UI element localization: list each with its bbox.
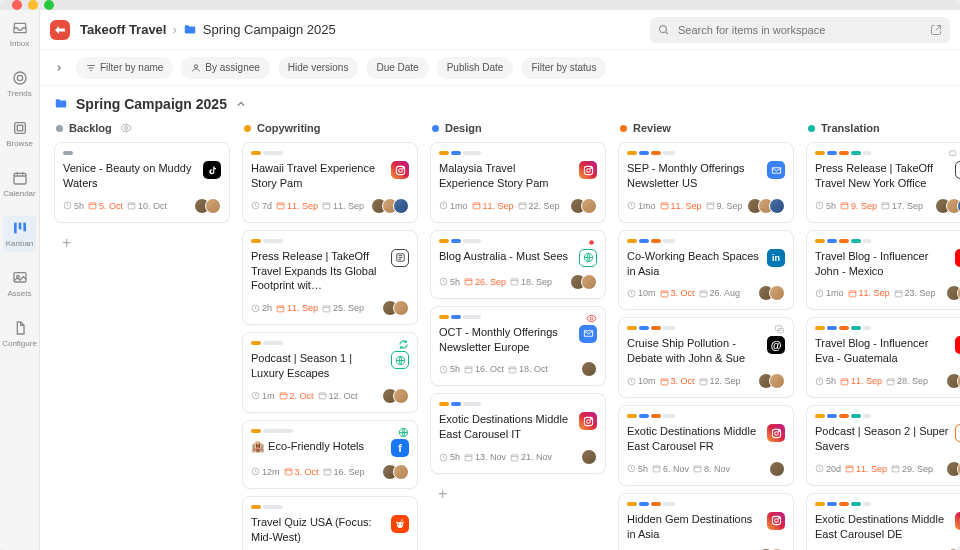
svg-rect-66: [707, 203, 714, 209]
filter-hide-versions[interactable]: Hide versions: [278, 57, 359, 79]
card-effort: 5h: [439, 277, 460, 287]
collapse-sidebar-button[interactable]: [50, 59, 68, 77]
maximize-dot[interactable]: [44, 0, 54, 10]
kanban-card[interactable]: Exotic Destinations Middle East Carousel…: [430, 393, 606, 474]
kanban-card[interactable]: SEP - Monthly Offerings Newsletter US 1m…: [618, 142, 794, 223]
card-due-date: 6. Nov: [652, 464, 689, 474]
minimize-dot[interactable]: [28, 0, 38, 10]
kanban-card[interactable]: Podcast | Season 1 | Luxury Escapes 1m 2…: [242, 332, 418, 413]
svg-point-77: [778, 430, 779, 431]
column-cards: Hawaii Travel Experience Story Pam 7d 11…: [242, 142, 418, 550]
card-avatars: [747, 198, 785, 214]
kanban-card[interactable]: Cruise Ship Pollution - Debate with John…: [618, 317, 794, 398]
svg-rect-32: [285, 469, 292, 475]
card-title: OCT - Monthly Offerings Newsletter Europ…: [439, 325, 573, 355]
kanban-card[interactable]: Press Release | TakeOff Travel New York …: [806, 142, 960, 223]
card-effort: 1mo: [815, 288, 844, 298]
youtube-icon: [955, 249, 960, 267]
svg-rect-25: [323, 306, 330, 312]
svg-rect-68: [661, 291, 668, 297]
kanban-card[interactable]: Malaysia Travel Experience Story Pam 1mo…: [430, 142, 606, 223]
trends-icon: [12, 70, 28, 86]
card-title: Blog Australia - Must Sees: [439, 249, 573, 267]
svg-rect-93: [849, 291, 856, 297]
column-color-dot: [244, 125, 251, 132]
filter-by-assignee[interactable]: By assignee: [181, 57, 269, 79]
mail-icon: [579, 325, 597, 343]
sidebar-item-assets[interactable]: Assets: [0, 266, 39, 302]
configure-icon: [12, 320, 28, 336]
sidebar: InboxTrendsBrowseCalendarKanbanAssetsCon…: [0, 10, 40, 550]
kanban-card[interactable]: Podcast | Season 2 | Super Savers 20d 11…: [806, 405, 960, 486]
card-title: Podcast | Season 2 | Super Savers: [815, 424, 949, 454]
filter-due-date[interactable]: Due Date: [366, 57, 428, 79]
card-publish-date: 16. Sep: [323, 467, 365, 477]
card-meta: 5h 13. Nov 21. Nov: [439, 449, 597, 465]
filter-publish-date[interactable]: Publish Date: [437, 57, 514, 79]
sidebar-item-calendar[interactable]: Calendar: [0, 166, 39, 202]
kanban-card[interactable]: Travel Quiz USA (Focus: Mid-West) 5h 11.…: [242, 496, 418, 550]
svg-rect-2: [14, 123, 25, 134]
breadcrumb-folder[interactable]: Spring Campaign 2025: [203, 22, 336, 37]
column-color-dot: [432, 125, 439, 132]
svg-point-38: [396, 522, 398, 524]
sidebar-item-inbox[interactable]: Inbox: [0, 16, 39, 52]
svg-point-1: [17, 75, 22, 80]
kanban-card[interactable]: Press Release | TakeOff Travel Expands I…: [242, 230, 418, 326]
open-external-icon[interactable]: [930, 24, 942, 36]
kanban-card[interactable]: Hawaii Travel Experience Story Pam 7d 11…: [242, 142, 418, 223]
sidebar-item-browse[interactable]: Browse: [0, 116, 39, 152]
card-progress: [815, 414, 960, 418]
sidebar-item-trends[interactable]: Trends: [0, 66, 39, 102]
card-progress: [439, 315, 597, 319]
column-header: Design: [430, 118, 606, 142]
svg-rect-6: [18, 223, 21, 230]
sidebar-item-kanban[interactable]: Kanban: [3, 216, 36, 252]
card-publish-date: 21. Nov: [510, 452, 552, 462]
svg-point-12: [124, 127, 127, 130]
search-input[interactable]: [650, 17, 950, 43]
app-logo[interactable]: [50, 20, 70, 40]
avatar: [205, 198, 221, 214]
filter-by-status[interactable]: Filter by status: [521, 57, 606, 79]
sidebar-item-label: Configure: [2, 339, 37, 348]
card-publish-date: 10. Oct: [127, 201, 167, 211]
card-due-date: 3. Oct: [660, 288, 695, 298]
card-avatars: [946, 285, 960, 301]
kanban-card[interactable]: OCT - Monthly Offerings Newsletter Europ…: [430, 306, 606, 387]
kanban-card[interactable]: Exotic Destinations Middle East Carousel…: [806, 493, 960, 550]
card-avatars: [382, 300, 409, 316]
column-header: Review: [618, 118, 794, 142]
card-publish-date: 8. Nov: [693, 464, 730, 474]
kanban-card[interactable]: Travel Blog - Influencer Eva - Guatemala…: [806, 317, 960, 398]
filter-by-name[interactable]: Filter by name: [76, 57, 173, 79]
card-effort: 10m: [627, 288, 656, 298]
kanban-card[interactable]: Exotic Destinations Middle East Carousel…: [618, 405, 794, 486]
svg-rect-101: [892, 466, 899, 472]
add-card-button[interactable]: +: [430, 481, 606, 507]
card-avatars: [769, 461, 785, 477]
kanban-card[interactable]: Co-Working Beach Spaces in Asia in 10m 3…: [618, 230, 794, 311]
close-dot[interactable]: [12, 0, 22, 10]
eye-icon[interactable]: [120, 122, 132, 134]
card-meta: 5h 26. Sep 18. Sep: [439, 274, 597, 290]
column-design: Design Malaysia Travel Experience Story …: [430, 118, 606, 550]
card-effort: 5h: [815, 376, 836, 386]
column-color-dot: [808, 125, 815, 132]
svg-point-10: [660, 25, 667, 32]
facebook-icon: f: [391, 439, 409, 457]
kanban-card[interactable]: Travel Blog - Influencer John - Mexico 1…: [806, 230, 960, 311]
sidebar-item-configure[interactable]: Configure: [0, 316, 39, 352]
chevron-up-icon[interactable]: [235, 98, 247, 110]
kanban-card[interactable]: Hidden Gem Destinations in Asia 5h 3. Oc…: [618, 493, 794, 550]
card-avatars: [371, 198, 409, 214]
svg-point-37: [402, 522, 404, 524]
card-meta: 20d 11. Sep 29. Sep: [815, 461, 960, 477]
avatar: [393, 300, 409, 316]
kanban-card[interactable]: 🏨 Eco-Friendly Hotels f 12m 3. Oct 16. S…: [242, 420, 418, 489]
sidebar-item-label: Trends: [7, 89, 32, 98]
kanban-card[interactable]: Venice - Beauty on Muddy Waters 5h 5. Oc…: [54, 142, 230, 223]
add-card-button[interactable]: +: [54, 230, 230, 256]
breadcrumb-workspace[interactable]: Takeoff Travel: [80, 22, 166, 37]
kanban-card[interactable]: Blog Australia - Must Sees 5h 26. Sep 18…: [430, 230, 606, 299]
